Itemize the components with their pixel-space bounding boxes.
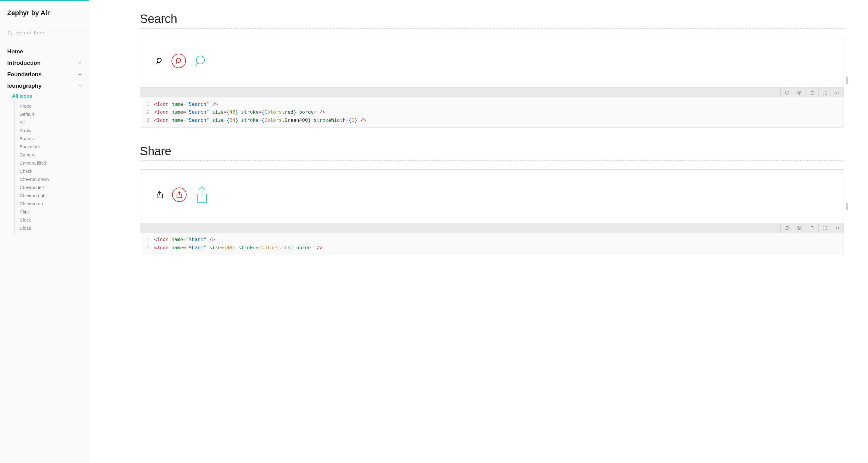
code-toggle-button[interactable] <box>831 223 844 233</box>
code-toolbar <box>140 223 844 233</box>
refresh-button[interactable] <box>780 88 793 97</box>
example-share: || 1<Icon name="Share" />2<Icon name="Sh… <box>140 169 844 255</box>
nav-foundations[interactable]: Foundations <box>0 69 89 80</box>
search-icon-default <box>156 57 163 64</box>
nav-label: Introduction <box>7 60 41 66</box>
copy-button[interactable] <box>806 88 818 97</box>
nav-leaf-item[interactable]: Chevron down <box>15 175 89 183</box>
nav-leaf-item[interactable]: Props <box>15 102 89 110</box>
nav-label: Iconography <box>7 83 41 89</box>
search-icon-red-border <box>172 54 186 68</box>
nav-all-icons[interactable]: All icons <box>0 92 89 101</box>
nav-leaf-item[interactable]: Chevron right <box>15 191 89 199</box>
code-block-share[interactable]: 1<Icon name="Share" />2<Icon name="Share… <box>140 233 844 255</box>
copy-button[interactable] <box>806 223 818 233</box>
nav-leaf-item[interactable]: Bookmark <box>15 143 89 151</box>
share-icon-green-large <box>195 186 209 204</box>
chevron-up-icon <box>78 84 82 88</box>
chevron-down-icon <box>78 72 82 76</box>
nav-leaf-item[interactable]: Clock <box>15 216 89 224</box>
sandbox-button[interactable] <box>793 223 806 233</box>
nav-leaf-item[interactable]: Default <box>15 110 89 118</box>
code-block-search[interactable]: 1<Icon name="Search" />2<Icon name="Sear… <box>140 97 844 127</box>
search-icon-green-large <box>194 55 207 67</box>
svg-line-3 <box>157 62 158 64</box>
share-icon-red-border <box>172 187 187 202</box>
sidebar-nav: Home Introduction Foundations Iconograph… <box>0 41 89 238</box>
brand-title[interactable]: Zephyr by Air <box>0 1 89 25</box>
fullscreen-button[interactable] <box>818 88 831 97</box>
nav-sublist: All icons <box>0 92 89 101</box>
sandbox-button[interactable] <box>793 88 806 97</box>
share-icon-default <box>156 191 164 198</box>
code-icon <box>835 90 840 95</box>
svg-point-0 <box>8 31 11 34</box>
preview-row <box>140 37 844 87</box>
nav-leaf-item[interactable]: Boards <box>15 134 89 143</box>
drag-handle-icon[interactable]: || <box>845 202 847 211</box>
svg-point-6 <box>196 56 205 64</box>
title-divider <box>140 28 844 29</box>
box-icon <box>797 226 802 230</box>
sidebar: Zephyr by Air Home Introduction Foundati… <box>0 0 89 463</box>
section-title-search: Search <box>140 12 844 26</box>
nav-leaf-item[interactable]: Chevron up <box>15 199 89 208</box>
fullscreen-button[interactable] <box>818 223 831 233</box>
chevron-down-icon <box>78 61 82 65</box>
svg-line-5 <box>176 62 177 64</box>
nav-leaf-item[interactable]: Clips <box>15 208 89 216</box>
nav-label: Home <box>7 48 23 55</box>
main-content: Search || 1<Icon name="Search" />2<Icon … <box>89 0 868 463</box>
search-icon <box>7 30 13 36</box>
nav-leaf-list: PropsDefaultAirArrowBoardsBookmarkCamera… <box>14 101 89 233</box>
code-toggle-button[interactable] <box>831 88 844 97</box>
drag-handle-icon[interactable]: || <box>845 75 847 84</box>
clipboard-icon <box>810 90 814 95</box>
nav-leaf-item[interactable]: Chevron left <box>15 183 89 191</box>
nav-leaf-item[interactable]: Close <box>15 224 89 232</box>
nav-iconography[interactable]: Iconography <box>0 80 89 92</box>
preview-row <box>140 170 844 223</box>
fullscreen-icon <box>823 90 827 95</box>
nav-home[interactable]: Home <box>0 46 89 57</box>
nav-label: Foundations <box>7 71 41 78</box>
refresh-icon <box>784 90 789 95</box>
code-toolbar <box>140 87 844 97</box>
refresh-icon <box>784 226 789 230</box>
clipboard-icon <box>810 226 814 230</box>
section-title-share: Share <box>140 144 844 158</box>
title-divider <box>140 160 844 161</box>
refresh-button[interactable] <box>780 223 793 233</box>
nav-introduction[interactable]: Introduction <box>0 57 89 69</box>
svg-line-1 <box>11 34 12 35</box>
search-input[interactable] <box>16 30 82 36</box>
nav-leaf-item[interactable]: Check <box>15 167 89 175</box>
nav-leaf-item[interactable]: Arrow <box>15 126 89 134</box>
fullscreen-icon <box>823 226 827 230</box>
svg-line-7 <box>195 63 198 67</box>
nav-leaf-item[interactable]: Air <box>15 118 89 126</box>
example-search: || 1<Icon name="Search" />2<Icon name="S… <box>140 37 844 127</box>
search-container <box>0 25 89 41</box>
nav-leaf-item[interactable]: Camera filled <box>15 159 89 167</box>
code-icon <box>835 226 840 230</box>
box-icon <box>797 90 802 95</box>
nav-leaf-item[interactable]: Camera <box>15 151 89 159</box>
